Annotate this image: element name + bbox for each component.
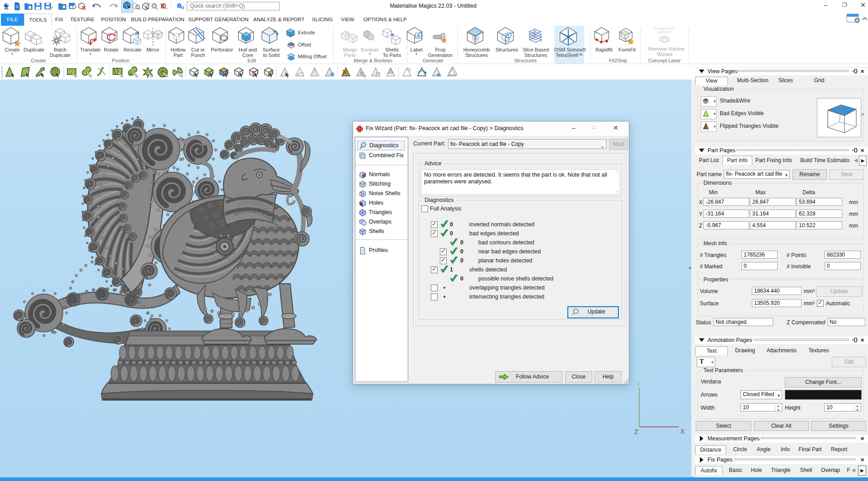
svg-text:Z: Z bbox=[634, 428, 638, 435]
svg-text:X: X bbox=[680, 428, 685, 435]
svg-text:Y: Y bbox=[637, 381, 641, 388]
svg-text:A: A bbox=[417, 33, 420, 38]
